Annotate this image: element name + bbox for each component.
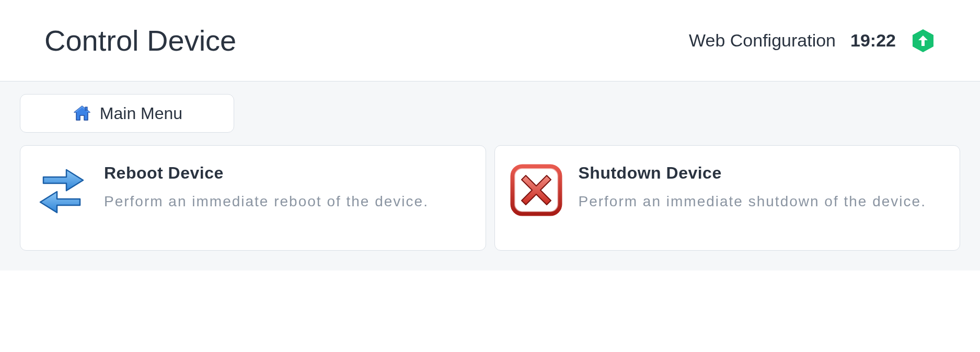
main-menu-button[interactable]: Main Menu <box>20 94 234 133</box>
shutdown-desc: Perform an immediate shutdown of the dev… <box>579 191 926 212</box>
main-menu-label: Main Menu <box>100 104 182 123</box>
header-status: Web Configuration 19:22 <box>689 28 936 53</box>
reboot-title: Reboot Device <box>104 163 429 183</box>
content-area: Main Menu Reboot D <box>0 81 980 271</box>
header-label: Web Configuration <box>689 30 836 51</box>
header-time: 19:22 <box>850 30 896 51</box>
reboot-card[interactable]: Reboot Device Perform an immediate reboo… <box>20 145 486 251</box>
reboot-text: Reboot Device Perform an immediate reboo… <box>104 161 429 212</box>
shutdown-icon <box>508 161 565 219</box>
shutdown-text: Shutdown Device Perform an immediate shu… <box>579 161 926 212</box>
status-up-icon <box>910 28 936 53</box>
shutdown-title: Shutdown Device <box>579 163 926 183</box>
reboot-desc: Perform an immediate reboot of the devic… <box>104 191 429 212</box>
home-icon <box>72 103 93 124</box>
page-title: Control Device <box>44 24 236 57</box>
action-cards: Reboot Device Perform an immediate reboo… <box>20 145 960 251</box>
shutdown-card[interactable]: Shutdown Device Perform an immediate shu… <box>494 145 961 251</box>
svg-rect-1 <box>85 107 87 110</box>
reboot-icon <box>33 161 90 219</box>
page-header: Control Device Web Configuration 19:22 <box>0 0 980 81</box>
